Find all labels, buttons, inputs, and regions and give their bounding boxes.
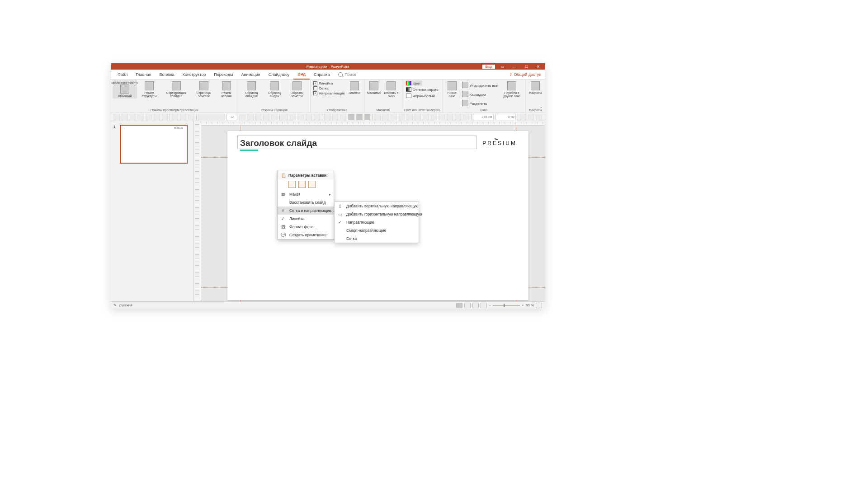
ribbon-display-icon[interactable]: ▭	[497, 63, 509, 70]
qt-item	[122, 114, 128, 120]
context-menu-main: 📋 Параметры вставки: ▦Макет Восстановить…	[277, 171, 334, 239]
zoom-percent[interactable]: 83 %	[526, 303, 534, 307]
menu-view[interactable]: Вид	[293, 70, 310, 80]
qt-item	[188, 114, 194, 120]
view-sorter-button[interactable]: Сортировщик слайдов	[161, 80, 191, 99]
new-window-button[interactable]: Новое окно	[444, 80, 460, 99]
color-mode-button[interactable]: Цвет	[405, 80, 422, 86]
ruler-checkbox[interactable]: ✓Линейка	[313, 81, 333, 85]
status-bar: ✎ русский − + 83 %	[111, 301, 545, 309]
share-button[interactable]: ⇪Общий доступ	[509, 72, 541, 77]
collapse-ribbon-icon[interactable]: ˄	[540, 107, 542, 111]
switch-window-button[interactable]: Перейти в другое окно	[500, 80, 524, 99]
notes-button[interactable]: Заметки	[347, 80, 362, 95]
thumbnail-pane[interactable]: 1 PRÉSIUM	[111, 121, 194, 301]
qt-item	[271, 114, 278, 120]
ctx-grid-guides[interactable]: #Сетка и направляющие...	[278, 206, 334, 215]
view-normal-button[interactable]: <666class="ricon">Обычный	[113, 80, 137, 99]
cascade-button[interactable]: Каскадом	[461, 90, 487, 99]
ribbon-group-show: ✓Линейка Сетка ✓Направляющие Заметки Ото…	[311, 80, 364, 113]
qt-item	[137, 114, 144, 120]
grayscale-mode-button[interactable]: Оттенки серого	[405, 87, 440, 92]
sign-in-button[interactable]: Вход	[482, 65, 495, 69]
ctx-reset-slide[interactable]: Восстановить слайд	[278, 198, 334, 206]
font-family-field	[198, 114, 225, 120]
split-button[interactable]: Разделить	[461, 99, 489, 108]
ctx-toggle-guides[interactable]: ✓Направляющие	[335, 218, 419, 226]
minimize-icon[interactable]: —	[509, 63, 520, 70]
qt-item	[154, 114, 160, 120]
vertical-ruler	[194, 121, 201, 301]
zoom-in-button[interactable]: +	[522, 303, 524, 307]
pos-x-field[interactable]: 1,01 см	[473, 114, 493, 120]
qt-item	[239, 114, 245, 120]
context-submenu-guides: ▯Добавить вертикальную направляющую ▭Доб…	[334, 202, 419, 243]
qt-item	[130, 114, 136, 120]
guides-checkbox[interactable]: ✓Направляющие	[313, 91, 345, 95]
zoom-slider[interactable]	[493, 305, 520, 306]
ribbon-group-views: <666class="ricon">Обычный Режим структур…	[111, 80, 238, 113]
master-handout-button[interactable]: Образец выдач	[264, 80, 285, 99]
ctx-add-v-guide[interactable]: ▯Добавить вертикальную направляющую	[335, 202, 419, 210]
qt-item	[455, 114, 461, 120]
sorter-view-icon[interactable]	[464, 303, 471, 308]
master-notes-button[interactable]: Образец заметок	[286, 80, 308, 99]
ctx-format-background[interactable]: 🖼Формат фона...	[278, 223, 334, 231]
menu-home[interactable]: Главная	[132, 70, 155, 80]
ctx-new-comment[interactable]: 💬Создать примечание	[278, 231, 334, 239]
arrange-all-button[interactable]: Упорядочить все	[461, 81, 499, 89]
normal-view-icon[interactable]	[456, 303, 462, 308]
grid-checkbox[interactable]: Сетка	[313, 86, 329, 90]
paste-keep-source-icon[interactable]	[288, 181, 296, 188]
slide-thumbnail[interactable]: PRÉSIUM	[120, 125, 188, 164]
menu-transitions[interactable]: Переходы	[210, 70, 237, 80]
qt-item	[297, 114, 304, 120]
view-outline-button[interactable]: Режим структуры	[138, 80, 161, 99]
zoom-out-button[interactable]: −	[489, 303, 491, 307]
close-icon[interactable]: ✕	[532, 63, 544, 70]
pos-y-field[interactable]: 0 см	[495, 114, 516, 120]
maximize-icon[interactable]: ☐	[520, 63, 532, 70]
menu-help[interactable]: Справка	[310, 70, 334, 80]
align-left-button[interactable]	[348, 114, 354, 120]
work-area: 1 PRÉSIUM Заголовок слайда PRESIUM	[111, 121, 545, 301]
qt-item	[290, 114, 296, 120]
qt-item	[463, 114, 469, 120]
spellcheck-icon[interactable]: ✎	[113, 303, 117, 307]
slide-title-text[interactable]: Заголовок слайда	[240, 138, 317, 148]
align-right-button[interactable]	[364, 114, 371, 120]
view-notes-page-button[interactable]: Страницы заметок	[192, 80, 216, 99]
menu-design[interactable]: Конструктор	[179, 70, 210, 80]
macros-button[interactable]: Макросы	[528, 80, 543, 95]
menu-slideshow[interactable]: Слайд-шоу	[264, 70, 294, 80]
language-indicator[interactable]: русский	[119, 303, 132, 307]
horizontal-ruler	[201, 121, 545, 126]
align-center-button[interactable]	[356, 114, 363, 120]
qt-item	[247, 114, 254, 120]
master-slide-button[interactable]: Образец слайдов	[240, 80, 263, 99]
ctx-toggle-grid[interactable]: Сетка	[335, 235, 419, 243]
ctx-add-h-guide[interactable]: ▭Добавить горизонтальную направляющую	[335, 210, 419, 218]
slideshow-view-icon[interactable]	[481, 303, 487, 308]
slide-editor[interactable]: Заголовок слайда PRESIUM 📋 Параметры вст…	[201, 121, 545, 301]
view-reading-button[interactable]: Режим чтения	[217, 80, 236, 99]
menu-animations[interactable]: Анимация	[237, 70, 264, 80]
qt-item	[447, 114, 453, 120]
qt-item	[415, 114, 421, 120]
tell-me-search[interactable]: Поиск	[338, 72, 356, 77]
qt-item	[314, 114, 320, 120]
fit-to-window-icon[interactable]	[536, 303, 542, 308]
ctx-ruler[interactable]: ✓Линейка	[278, 215, 334, 223]
qt-item	[324, 114, 330, 120]
menu-insert[interactable]: Вставка	[155, 70, 178, 80]
paste-picture-icon[interactable]	[308, 181, 316, 188]
fit-window-button[interactable]: Вписать в окно	[382, 80, 400, 99]
ctx-smart-guides[interactable]: Смарт-направляющие	[335, 226, 419, 235]
reading-view-icon[interactable]	[472, 303, 479, 308]
paste-use-dest-icon[interactable]	[298, 181, 306, 188]
menu-file[interactable]: Файл	[113, 70, 132, 80]
zoom-button[interactable]: Масштаб	[366, 80, 382, 95]
bw-mode-button[interactable]: Черно-белый	[405, 93, 436, 99]
menu-bar: Файл Главная Вставка Конструктор Переход…	[111, 70, 545, 80]
ctx-layout[interactable]: ▦Макет	[278, 190, 334, 198]
